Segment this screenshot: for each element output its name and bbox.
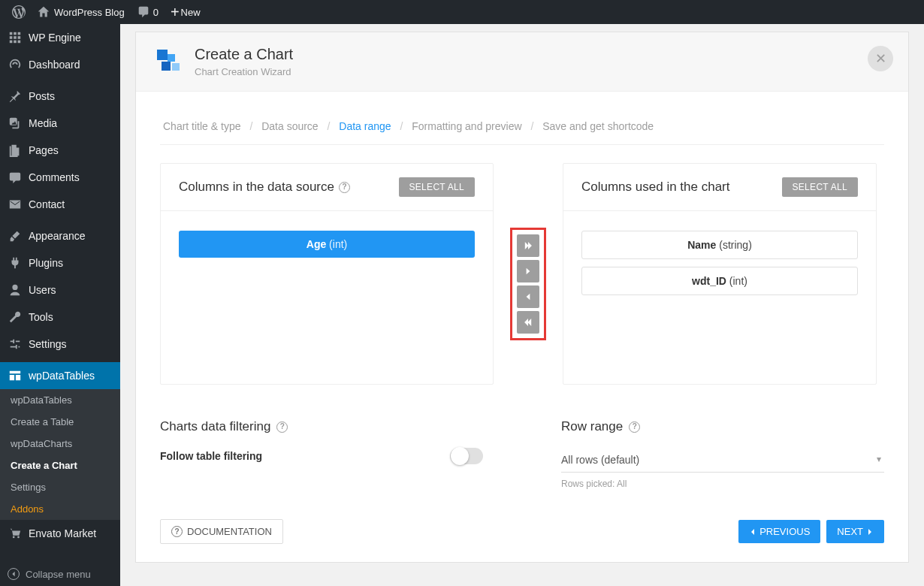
sidebar-item-users[interactable]: Users — [0, 276, 120, 304]
sidebar-item-wpdatatables[interactable]: wpDataTables — [0, 362, 120, 389]
chevron-right-icon — [866, 528, 874, 536]
next-button[interactable]: NEXT — [826, 520, 884, 543]
admin-sidebar: WP Engine Dashboard Posts Media Pages Co… — [0, 24, 120, 586]
chart-panel-title: Columns used in the chart — [581, 180, 730, 195]
sidebar-item-label: Dashboard — [29, 59, 80, 71]
svg-rect-8 — [18, 41, 21, 44]
row-range-value: All rows (default) — [561, 448, 884, 473]
collapse-label: Collapse menu — [26, 569, 91, 580]
filtering-title: Charts data filtering ? — [160, 419, 501, 434]
sidebar-item-envato[interactable]: Envato Market — [0, 520, 120, 547]
wizard-logo — [154, 47, 184, 77]
sidebar-item-label: Comments — [29, 171, 80, 183]
info-icon: ? — [171, 526, 183, 537]
move-all-right-button[interactable] — [517, 234, 539, 257]
sidebar-item-tools[interactable]: Tools — [0, 304, 120, 331]
wpdatatables-submenu: wpDataTables Create a Table wpDataCharts… — [0, 389, 120, 520]
close-button[interactable]: ✕ — [868, 46, 893, 71]
plug-icon — [8, 255, 23, 270]
row-range-select[interactable]: All rows (default) — [561, 448, 884, 473]
svg-rect-3 — [10, 36, 13, 39]
dashboard-icon — [8, 57, 23, 72]
follow-filtering-toggle[interactable] — [450, 448, 483, 464]
sidebar-item-label: Posts — [29, 90, 55, 102]
follow-filtering-label: Follow table filtering — [160, 450, 262, 462]
column-chip-age[interactable]: Age (int) — [179, 231, 475, 258]
breadcrumb-step[interactable]: Formatting and preview — [412, 120, 521, 132]
wpengine-icon — [8, 30, 23, 45]
move-all-left-button[interactable] — [517, 311, 539, 334]
chart-columns-panel: Columns used in the chart SELECT ALL Nam… — [563, 163, 877, 385]
sidebar-item-comments[interactable]: Comments — [0, 164, 120, 191]
sidebar-item-label: Plugins — [29, 257, 63, 269]
plus-icon: + — [171, 5, 180, 20]
breadcrumb-step-active[interactable]: Data range — [339, 120, 391, 132]
chevron-left-icon — [749, 528, 756, 536]
comments-count: 0 — [153, 7, 159, 18]
sidebar-item-media[interactable]: Media — [0, 110, 120, 137]
svg-rect-1 — [14, 32, 17, 35]
collapse-icon — [8, 568, 20, 580]
sliders-icon — [8, 337, 23, 352]
close-icon: ✕ — [875, 50, 886, 67]
row-range-title: Row range ? — [561, 419, 884, 434]
submenu-item[interactable]: Settings — [0, 476, 120, 498]
svg-rect-6 — [10, 41, 13, 44]
comment-icon — [8, 170, 23, 185]
move-left-button[interactable] — [517, 285, 539, 308]
wp-logo[interactable] — [6, 0, 32, 24]
info-icon[interactable]: ? — [629, 421, 640, 433]
user-icon — [8, 282, 23, 298]
sidebar-item-contact[interactable]: Contact — [0, 191, 120, 218]
info-icon[interactable]: ? — [339, 182, 350, 193]
rows-picked-helper: Rows picked: All — [561, 479, 884, 489]
sidebar-item-label: WP Engine — [29, 32, 81, 44]
sidebar-item-appearance[interactable]: Appearance — [0, 222, 120, 249]
sidebar-item-pages[interactable]: Pages — [0, 137, 120, 164]
submenu-item-addons[interactable]: Addons — [0, 498, 120, 520]
submenu-item[interactable]: Create a Table — [0, 411, 120, 433]
site-home[interactable]: WordPress Blog — [32, 0, 131, 24]
move-right-button[interactable] — [517, 260, 539, 282]
comments-link[interactable]: 0 — [131, 0, 165, 24]
sidebar-item-settings[interactable]: Settings — [0, 331, 120, 358]
svg-rect-9 — [157, 50, 168, 60]
info-icon[interactable]: ? — [276, 421, 288, 433]
submenu-item[interactable]: wpDataCharts — [0, 433, 120, 455]
source-panel-title: Columns in the data source ? — [179, 180, 350, 195]
collapse-menu[interactable]: Collapse menu — [0, 562, 120, 586]
breadcrumb-step[interactable]: Save and get shortcode — [542, 120, 654, 132]
wizard-card: Create a Chart Chart Creation Wizard ✕ C… — [135, 32, 909, 563]
sidebar-item-wpengine[interactable]: WP Engine — [0, 24, 120, 51]
documentation-button[interactable]: ? DOCUMENTATION — [160, 519, 283, 544]
media-icon — [8, 116, 23, 131]
wizard-breadcrumb: Chart title & type / Data source / Data … — [160, 108, 884, 145]
select-all-source-button[interactable]: SELECT ALL — [399, 177, 476, 197]
new-content[interactable]: + New — [165, 0, 207, 24]
site-name-label: WordPress Blog — [54, 7, 125, 18]
sidebar-item-label: Envato Market — [29, 527, 96, 539]
page-subtitle: Chart Creation Wizard — [195, 66, 293, 77]
column-chip-name[interactable]: Name (string) — [581, 231, 858, 259]
pin-icon — [8, 89, 23, 104]
sidebar-item-label: Contact — [29, 198, 65, 210]
svg-rect-5 — [18, 36, 21, 39]
sidebar-item-label: Users — [29, 284, 56, 296]
sidebar-item-plugins[interactable]: Plugins — [0, 249, 120, 276]
breadcrumb-step[interactable]: Data source — [261, 120, 318, 132]
submenu-item-current[interactable]: Create a Chart — [0, 455, 120, 476]
column-chip-wdtid[interactable]: wdt_ID (int) — [581, 267, 858, 295]
breadcrumb-step[interactable]: Chart title & type — [163, 120, 241, 132]
svg-rect-12 — [172, 63, 180, 71]
submenu-item[interactable]: wpDataTables — [0, 389, 120, 411]
sidebar-item-label: Media — [29, 117, 57, 129]
sidebar-item-label: Pages — [29, 144, 59, 156]
sidebar-item-label: Appearance — [29, 230, 86, 242]
brush-icon — [8, 228, 23, 243]
sidebar-item-label: wpDataTables — [29, 370, 95, 382]
sidebar-item-dashboard[interactable]: Dashboard — [0, 51, 120, 78]
select-all-chart-button[interactable]: SELECT ALL — [782, 177, 859, 197]
sidebar-item-posts[interactable]: Posts — [0, 83, 120, 110]
previous-button[interactable]: PREVIOUS — [738, 520, 820, 543]
main-content: Create a Chart Chart Creation Wizard ✕ C… — [120, 24, 924, 586]
